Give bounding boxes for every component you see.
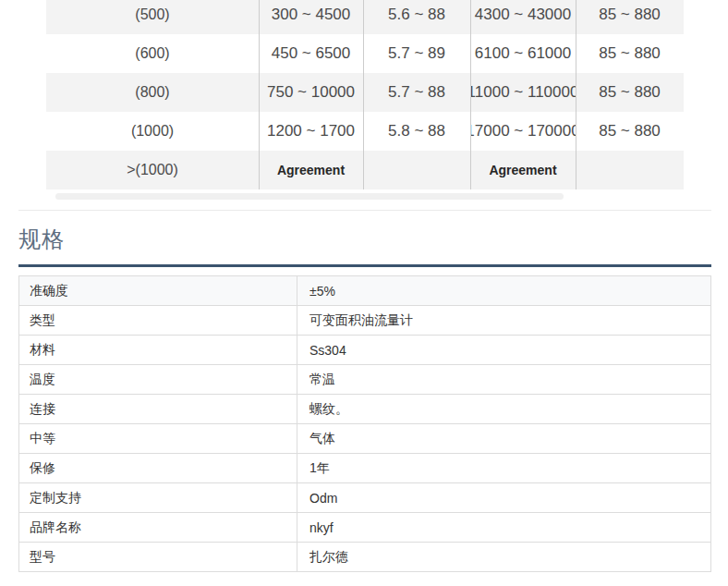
flow-range-cell xyxy=(363,151,470,189)
spec-row: 定制支持 Odm xyxy=(19,483,711,513)
flow-range-cell xyxy=(576,151,684,189)
spec-value-cell: 1年 xyxy=(297,454,711,483)
flow-range-cell: 11000 ~ 110000 xyxy=(470,73,576,112)
size-table-row: (1000) 1200 ~ 1700 5.8 ~ 88 17000 ~ 1700… xyxy=(46,112,684,151)
size-table-row: >(1000) Agreement Agreement xyxy=(46,151,684,189)
spec-value-cell: 气体 xyxy=(297,424,711,454)
size-flow-table: (500) 300 ~ 4500 5.6 ~ 88 4300 ~ 43000 8… xyxy=(46,0,684,189)
flow-range-cell: 750 ~ 10000 xyxy=(259,73,363,112)
flow-range-cell: 5.7 ~ 88 xyxy=(363,73,470,112)
flow-range-cell: 5.6 ~ 88 xyxy=(363,0,470,34)
column-divider xyxy=(470,0,471,189)
size-cell: (800) xyxy=(46,73,259,112)
spec-value-cell: Odm xyxy=(297,483,711,513)
flow-range-cell: 450 ~ 6500 xyxy=(259,34,363,73)
size-cell: (1000) xyxy=(46,112,259,151)
section-title-underline xyxy=(18,264,711,267)
spec-label-cell: 温度 xyxy=(19,365,297,395)
size-cell: >(1000) xyxy=(46,151,259,189)
spec-value-cell: Ss304 xyxy=(297,336,711,365)
flow-range-cell: 85 ~ 880 xyxy=(576,0,684,34)
flow-range-cell: 300 ~ 4500 xyxy=(259,0,363,34)
horizontal-scrollbar-thumb[interactable] xyxy=(55,193,564,200)
flow-range-cell: 85 ~ 880 xyxy=(576,34,684,73)
spec-value-cell: 可变面积油流量计 xyxy=(297,306,711,336)
flow-range-cell: 5.8 ~ 88 xyxy=(363,112,470,151)
spec-label-cell: 定制支持 xyxy=(19,483,297,513)
spec-label-cell: 连接 xyxy=(19,395,297,424)
spec-label-cell: 保修 xyxy=(19,454,297,483)
spec-value-cell: ±5% xyxy=(297,276,711,306)
flow-range-cell: 5.7 ~ 89 xyxy=(363,34,470,73)
spec-label-cell: 品牌名称 xyxy=(19,513,297,543)
specifications-table: 准确度 ±5% 类型 可变面积油流量计 材料 Ss304 温度 常温 连接 螺纹… xyxy=(18,275,711,572)
flow-range-cell: 6100 ~ 61000 xyxy=(470,34,576,73)
specs-section-title: 规格 xyxy=(18,227,65,251)
spec-row: 类型 可变面积油流量计 xyxy=(19,306,711,336)
column-divider xyxy=(363,0,364,189)
section-divider xyxy=(18,210,711,211)
spec-row: 保修 1年 xyxy=(19,454,711,483)
spec-value-cell: 常温 xyxy=(297,365,711,395)
spec-value-cell: 扎尔德 xyxy=(297,543,711,572)
size-table-row: (800) 750 ~ 10000 5.7 ~ 88 11000 ~ 11000… xyxy=(46,73,684,112)
spec-value-cell: 螺纹。 xyxy=(297,395,711,424)
agreement-cell: Agreement xyxy=(470,151,576,189)
column-divider xyxy=(576,0,576,189)
spec-label-cell: 型号 xyxy=(19,543,297,572)
spec-row: 准确度 ±5% xyxy=(19,276,711,306)
spec-label-cell: 材料 xyxy=(19,336,297,365)
spec-label-cell: 类型 xyxy=(19,306,297,336)
product-spec-page: { "size_table": { "rows": [ ["(500)", "3… xyxy=(0,0,728,586)
size-table-row: (600) 450 ~ 6500 5.7 ~ 89 6100 ~ 61000 8… xyxy=(46,34,684,73)
flow-range-cell: 4300 ~ 43000 xyxy=(470,0,576,34)
flow-range-cell: 85 ~ 880 xyxy=(576,112,684,151)
spec-value-cell: nkyf xyxy=(297,513,711,543)
size-cell: (500) xyxy=(46,0,259,34)
agreement-cell: Agreement xyxy=(259,151,363,189)
spec-row: 型号 扎尔德 xyxy=(19,543,711,572)
spec-row: 中等 气体 xyxy=(19,424,711,454)
spec-row: 温度 常温 xyxy=(19,365,711,395)
spec-label-cell: 准确度 xyxy=(19,276,297,306)
spec-label-cell: 中等 xyxy=(19,424,297,454)
spec-row: 连接 螺纹。 xyxy=(19,395,711,424)
spec-row: 品牌名称 nkyf xyxy=(19,513,711,543)
flow-range-cell: 17000 ~ 170000 xyxy=(470,112,576,151)
column-divider xyxy=(259,0,260,189)
spec-row: 材料 Ss304 xyxy=(19,336,711,365)
flow-range-cell: 85 ~ 880 xyxy=(576,73,684,112)
size-table-row: (500) 300 ~ 4500 5.6 ~ 88 4300 ~ 43000 8… xyxy=(46,0,684,34)
flow-range-cell: 1200 ~ 1700 xyxy=(259,112,363,151)
size-cell: (600) xyxy=(46,34,259,73)
